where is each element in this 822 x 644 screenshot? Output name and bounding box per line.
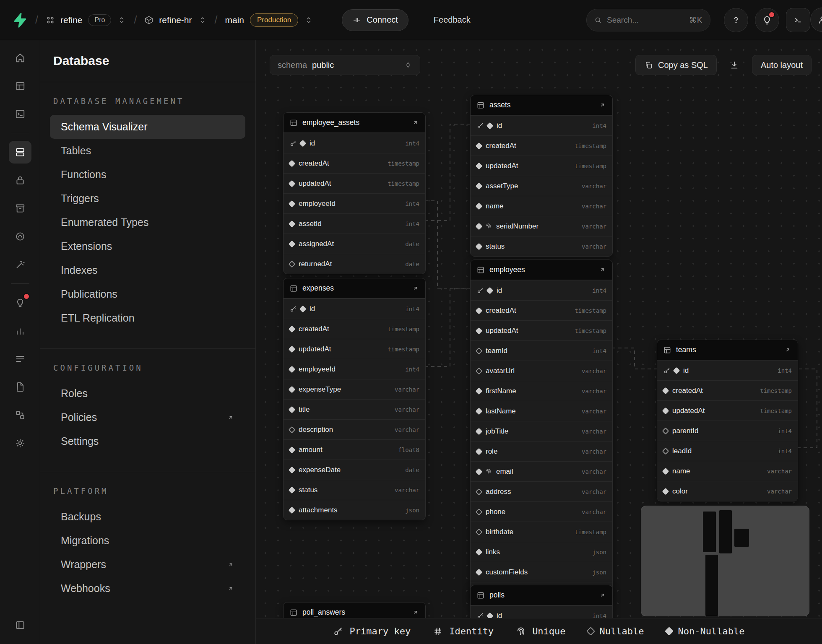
column-row-serialNumber[interactable]: serialNumbervarchar: [471, 216, 612, 236]
rail-item-api-docs[interactable]: [9, 376, 31, 398]
sidebar-item-webhooks[interactable]: Webhooks: [50, 576, 245, 600]
column-row-status[interactable]: statusvarchar: [284, 480, 425, 500]
column-row-createdAt[interactable]: createdAttimestamp: [284, 153, 425, 173]
rail-item-reports-chart[interactable]: [9, 319, 31, 342]
connect-button[interactable]: Connect: [342, 9, 408, 31]
column-row-name[interactable]: namevarchar: [657, 461, 798, 481]
minimap[interactable]: [641, 506, 809, 616]
sidebar-item-enumerated-types[interactable]: Enumerated Types: [50, 210, 245, 234]
column-row-birthdate[interactable]: birthdatetimestamp: [471, 522, 612, 542]
column-row-createdAt[interactable]: createdAttimestamp: [471, 135, 612, 156]
column-row-createdAt[interactable]: createdAttimestamp: [657, 380, 798, 400]
sidebar-item-indexes[interactable]: Indexes: [50, 258, 245, 282]
sidebar-item-etl-replication[interactable]: ETL Replication: [50, 306, 245, 330]
column-row-employeeId[interactable]: employeeIdint4: [284, 193, 425, 213]
column-row-lastName[interactable]: lastNamevarchar: [471, 401, 612, 421]
open-table-icon[interactable]: [598, 101, 606, 109]
rail-item-database[interactable]: [9, 141, 31, 164]
table-node-assets[interactable]: assetsidint4createdAttimestampupdatedAtt…: [470, 95, 613, 257]
rail-item-integrations-blocks[interactable]: [9, 404, 31, 426]
sidebar-item-migrations[interactable]: Migrations: [50, 529, 245, 553]
rail-item-storage-archive[interactable]: [9, 197, 31, 220]
column-row-returnedAt[interactable]: returnedAtdate: [284, 254, 425, 274]
supabase-logo-icon[interactable]: [12, 12, 28, 28]
terminal-button[interactable]: [786, 8, 810, 32]
help-button[interactable]: [724, 8, 748, 32]
download-schema-button[interactable]: [724, 55, 744, 75]
sidebar-item-schema-visualizer[interactable]: Schema Visualizer: [50, 115, 245, 139]
sidebar-item-publications[interactable]: Publications: [50, 282, 245, 306]
sidebar-item-functions[interactable]: Functions: [50, 163, 245, 187]
lightbulb-button[interactable]: [755, 8, 779, 32]
column-row-status[interactable]: statusvarchar: [471, 236, 612, 256]
column-row-description[interactable]: descriptionvarchar: [284, 419, 425, 439]
table-header[interactable]: employee_assets: [284, 113, 425, 133]
column-row-jobTitle[interactable]: jobTitlevarchar: [471, 421, 612, 441]
copy-as-sql-button[interactable]: Copy as SQL: [635, 55, 717, 75]
column-row-assetType[interactable]: assetTypevarchar: [471, 176, 612, 196]
column-row-id[interactable]: idint4: [284, 133, 425, 153]
column-row-teamId[interactable]: teamIdint4: [471, 340, 612, 361]
sidebar-item-policies[interactable]: Policies: [50, 405, 245, 429]
column-row-createdAt[interactable]: createdAttimestamp: [284, 319, 425, 339]
column-row-updatedAt[interactable]: updatedAttimestamp: [284, 173, 425, 193]
column-row-updatedAt[interactable]: updatedAttimestamp: [657, 400, 798, 421]
project-breadcrumb[interactable]: refine-hr: [144, 15, 192, 25]
open-table-icon[interactable]: [784, 346, 792, 354]
column-row-leadId[interactable]: leadIdint4: [657, 441, 798, 461]
open-table-icon[interactable]: [411, 119, 419, 127]
project-switcher-chevron-icon[interactable]: [198, 16, 207, 25]
rail-item-sql-editor[interactable]: [9, 103, 31, 125]
column-row-amount[interactable]: amountfloat8: [284, 439, 425, 460]
table-header[interactable]: assets: [471, 95, 612, 115]
rail-item-edge-functions[interactable]: [9, 225, 31, 248]
sidebar-item-extensions[interactable]: Extensions: [50, 234, 245, 258]
rail-item-advisors-bulb[interactable]: [9, 291, 31, 314]
feedback-button[interactable]: Feedback: [431, 15, 473, 25]
avatar-button[interactable]: [810, 8, 822, 32]
column-row-attachments[interactable]: attachmentsjson: [284, 500, 425, 520]
open-table-icon[interactable]: [598, 591, 606, 599]
sidebar-item-wrappers[interactable]: Wrappers: [50, 553, 245, 576]
column-row-employeeId[interactable]: employeeIdint4: [284, 359, 425, 379]
column-row-updatedAt[interactable]: updatedAttimestamp: [471, 320, 612, 340]
schema-canvas[interactable]: employee_assetsidint4createdAttimestampu…: [255, 40, 822, 644]
rail-item-panel-toggle[interactable]: [9, 614, 31, 636]
open-table-icon[interactable]: [411, 284, 419, 292]
column-row-id[interactable]: idint4: [657, 360, 798, 380]
org-switcher-chevron-icon[interactable]: [117, 16, 126, 25]
table-header[interactable]: expenses: [284, 278, 425, 299]
column-row-expenseType[interactable]: expenseTypevarchar: [284, 379, 425, 399]
column-row-customFields[interactable]: customFieldsjson: [471, 562, 612, 582]
column-row-assetId[interactable]: assetIdint4: [284, 213, 425, 234]
search-input[interactable]: Search... ⌘K: [586, 9, 710, 31]
column-row-id[interactable]: idint4: [471, 280, 612, 300]
rail-item-auth-lock[interactable]: [9, 169, 31, 192]
column-row-id[interactable]: idint4: [284, 299, 425, 319]
sidebar-item-triggers[interactable]: Triggers: [50, 187, 245, 210]
sidebar-item-tables[interactable]: Tables: [50, 139, 245, 163]
column-row-address[interactable]: addressvarchar: [471, 481, 612, 501]
rail-item-realtime-wand[interactable]: [9, 253, 31, 276]
column-row-email[interactable]: emailvarchar: [471, 461, 612, 481]
column-row-avatarUrl[interactable]: avatarUrlvarchar: [471, 361, 612, 381]
column-row-name[interactable]: namevarchar: [471, 196, 612, 216]
table-header[interactable]: polls: [471, 585, 612, 605]
column-row-createdAt[interactable]: createdAttimestamp: [471, 300, 612, 320]
schema-select[interactable]: schema public: [270, 55, 420, 75]
sidebar-item-backups[interactable]: Backups: [50, 505, 245, 529]
column-row-title[interactable]: titlevarchar: [284, 399, 425, 419]
table-node-employee_assets[interactable]: employee_assetsidint4createdAttimestampu…: [283, 112, 426, 274]
auto-layout-button[interactable]: Auto layout: [752, 55, 812, 75]
rail-item-home[interactable]: [9, 47, 31, 69]
column-row-id[interactable]: idint4: [471, 115, 612, 135]
column-row-phone[interactable]: phonevarchar: [471, 501, 612, 522]
column-row-parentId[interactable]: parentIdint4: [657, 421, 798, 441]
rail-item-table-editor[interactable]: [9, 75, 31, 97]
table-header[interactable]: teams: [657, 340, 798, 360]
column-row-updatedAt[interactable]: updatedAttimestamp: [284, 339, 425, 359]
sidebar-item-roles[interactable]: Roles: [50, 382, 245, 405]
table-header[interactable]: employees: [471, 260, 612, 280]
column-row-firstName[interactable]: firstNamevarchar: [471, 381, 612, 401]
org-breadcrumb[interactable]: refine: [46, 15, 83, 25]
